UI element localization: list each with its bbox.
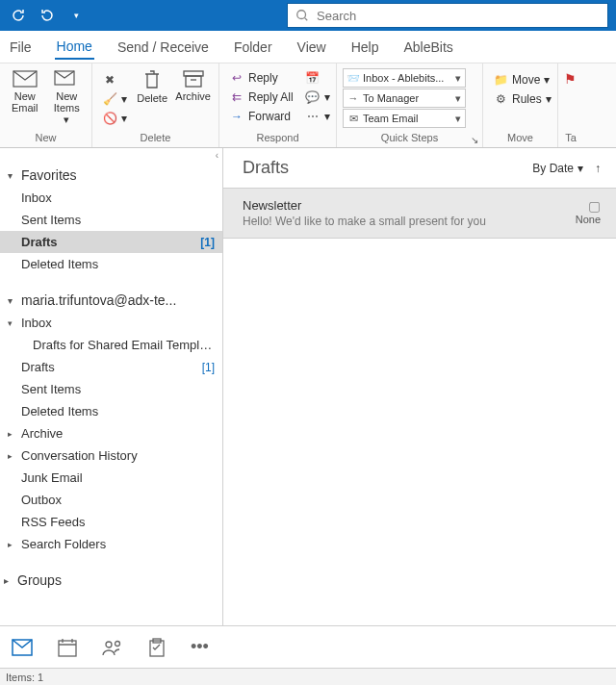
sort-ascending-icon[interactable]: ↑ <box>595 162 601 175</box>
ignore-icon: ✖ <box>102 73 117 87</box>
tab-ablebits[interactable]: AbleBits <box>401 36 454 59</box>
message-item[interactable]: NewsletterHello! We'd like to make a sma… <box>223 188 616 239</box>
mail-module-button[interactable] <box>12 639 33 656</box>
nav-item[interactable]: Inbox <box>0 187 222 209</box>
quickstep-team-email[interactable]: ✉ Team Email ▾ <box>343 109 466 128</box>
nav-item[interactable]: Deleted Items <box>0 400 222 422</box>
chevron-down-icon: ▾ <box>451 113 465 125</box>
move-button[interactable]: 📁Move ▾ <box>489 71 555 89</box>
tab-help[interactable]: Help <box>349 36 381 59</box>
menubar: File Home Send / Receive Folder View Hel… <box>0 31 616 63</box>
reply-button[interactable]: ↩Reply <box>225 69 297 87</box>
ribbon-label-delete: Delete <box>98 130 213 145</box>
tab-file[interactable]: File <box>8 36 34 59</box>
more-respond-button[interactable]: ⋯▾ <box>301 108 334 125</box>
ribbon: New Email New Items ▾ New ✖ 🧹▾ 🚫▾ Del <box>0 63 616 148</box>
undo-icon[interactable] <box>37 5 58 26</box>
envelope-icon <box>13 69 38 89</box>
main-area: ‹ ▾ Favorites InboxSent ItemsDrafts[1]De… <box>0 148 616 625</box>
chevron-down-icon: ▾ <box>451 92 465 105</box>
new-items-button[interactable]: New Items ▾ <box>48 65 87 130</box>
reply-icon: ↩ <box>229 71 244 85</box>
cleanup-button[interactable]: 🧹▾ <box>98 90 131 108</box>
tasks-module-button[interactable] <box>148 638 166 657</box>
message-preview: Hello! We'd like to make a small present… <box>243 215 576 228</box>
rules-button[interactable]: ⚙Rules ▾ <box>489 90 555 108</box>
im-button[interactable]: 💬▾ <box>301 89 334 106</box>
tab-folder[interactable]: Folder <box>232 36 274 59</box>
nav-item[interactable]: Sent Items <box>0 378 222 400</box>
favorites-header[interactable]: ▾ Favorites <box>0 164 222 187</box>
ribbon-group-move: 📁Move ▾ ⚙Rules ▾ Move <box>483 63 558 147</box>
forward-icon: → <box>229 110 244 123</box>
nav-item[interactable]: ▾Inbox <box>0 312 222 334</box>
tab-view[interactable]: View <box>295 36 328 59</box>
junk-icon: 🚫 <box>102 112 117 125</box>
nav-item[interactable]: ▸Archive <box>0 422 222 444</box>
account-header[interactable]: ▾ maria.trifuntova@adx-te... <box>0 289 222 312</box>
nav-item[interactable]: Drafts[1] <box>0 231 222 253</box>
junk-button[interactable]: 🚫▾ <box>98 110 131 127</box>
svg-point-7 <box>106 642 112 647</box>
search-input[interactable] <box>317 9 600 23</box>
archive-icon <box>183 69 204 89</box>
message-category: None <box>576 214 601 225</box>
nav-item[interactable]: Drafts[1] <box>0 356 222 378</box>
forward-button[interactable]: →Forward <box>225 108 297 125</box>
qat-dropdown-icon[interactable]: ▾ <box>65 5 87 26</box>
more-modules-button[interactable]: ••• <box>191 637 209 657</box>
ribbon-label-tags: Ta <box>564 130 578 145</box>
chevron-icon: ▸ <box>8 429 19 439</box>
nav-item[interactable]: RSS Feeds <box>0 511 222 533</box>
more-icon: ⋯ <box>305 110 321 123</box>
ignore-button[interactable]: ✖ <box>98 71 131 89</box>
move-folder-icon: 📨 <box>344 72 363 85</box>
search-box[interactable] <box>287 3 608 28</box>
calendar-module-button[interactable] <box>58 638 77 657</box>
svg-rect-3 <box>184 71 203 76</box>
svg-rect-4 <box>186 76 201 87</box>
quickstep-to-manager[interactable]: → To Manager ▾ <box>343 89 466 108</box>
ribbon-label-move: Move <box>489 130 552 145</box>
tab-home[interactable]: Home <box>55 35 94 60</box>
nav-item[interactable]: ▸Conversation History <box>0 444 222 467</box>
quickstep-inbox-ablebits[interactable]: 📨 Inbox - Ablebits... ▾ <box>343 68 466 88</box>
reply-all-button[interactable]: ⇇Reply All <box>225 89 297 106</box>
nav-item[interactable]: Deleted Items <box>0 253 222 275</box>
groups-header[interactable]: ▸ Groups <box>0 569 222 592</box>
svg-rect-6 <box>59 641 76 656</box>
nav-item[interactable]: ▸Search Folders <box>0 533 222 555</box>
meeting-button[interactable]: 📅 <box>301 69 334 87</box>
ribbon-group-tags: ⚑ Ta <box>558 63 583 147</box>
sort-by-button[interactable]: By Date ▾ ↑ <box>532 162 601 175</box>
chevron-down-icon: ▾ <box>451 72 465 85</box>
message-subject: Newsletter <box>243 198 576 213</box>
nav-item[interactable]: Outbox <box>0 489 222 511</box>
new-email-button[interactable]: New Email <box>6 65 44 117</box>
reply-all-icon: ⇇ <box>229 90 244 104</box>
folder-title: Drafts <box>243 158 532 178</box>
nav-collapse-button[interactable]: ‹ <box>216 150 218 161</box>
tab-send-receive[interactable]: Send / Receive <box>116 36 211 59</box>
delete-button[interactable]: Delete <box>135 65 169 108</box>
im-icon: 💬 <box>305 90 321 104</box>
archive-button[interactable]: Archive <box>173 65 213 106</box>
forward-icon: → <box>344 92 363 104</box>
people-module-button[interactable] <box>102 639 123 656</box>
module-switch-bar: ••• <box>0 625 616 668</box>
envelope-icon: ✉ <box>344 113 363 125</box>
chevron-down-icon: ▾ <box>8 295 21 306</box>
flag-icon[interactable]: ⚑ <box>564 71 577 87</box>
status-bar: Items: 1 <box>0 668 616 685</box>
svg-point-8 <box>116 641 120 646</box>
nav-item[interactable]: Drafts for Shared Email Templa... <box>0 334 222 356</box>
ribbon-group-quicksteps: 📨 Inbox - Ablebits... ▾ → To Manager ▾ ✉… <box>337 63 483 147</box>
sync-icon[interactable] <box>8 5 29 26</box>
category-icon[interactable]: ▢ <box>576 198 601 214</box>
nav-item[interactable]: Sent Items <box>0 209 222 231</box>
quicksteps-launcher[interactable]: ↘ <box>471 135 478 145</box>
chevron-icon: ▸ <box>8 540 19 549</box>
nav-item[interactable]: Junk Email <box>0 467 222 489</box>
meeting-icon: 📅 <box>305 71 321 85</box>
rules-icon: ⚙ <box>493 92 508 106</box>
